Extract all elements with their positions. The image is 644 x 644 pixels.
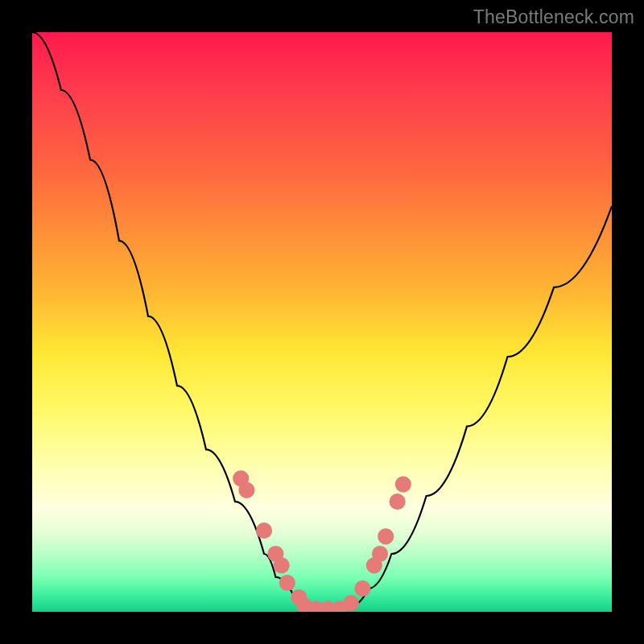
watermark: TheBottleneck.com <box>473 6 634 28</box>
bottleneck-plot <box>32 32 612 612</box>
